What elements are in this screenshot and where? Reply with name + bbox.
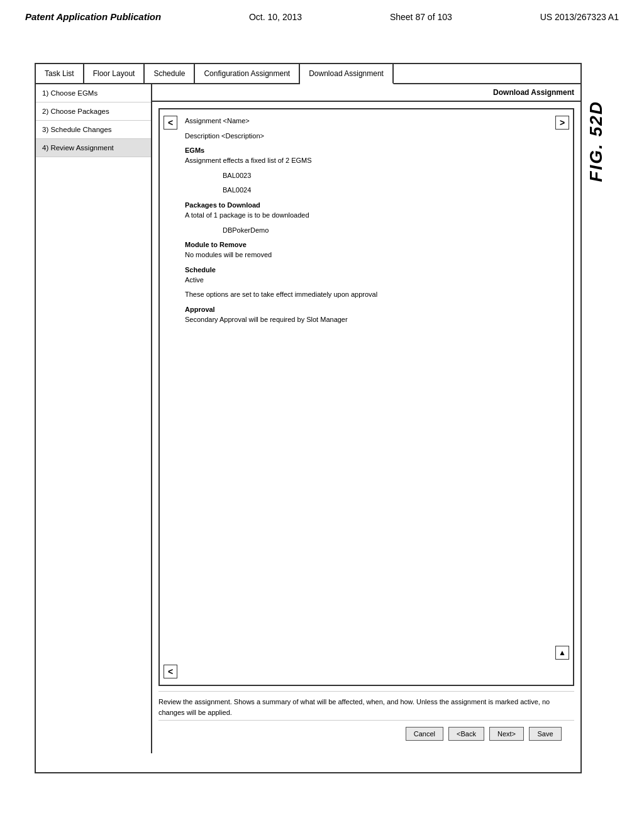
modules-section: Module to Remove No modules will be remo… [185, 241, 548, 261]
tab-configuration-assignment[interactable]: Configuration Assignment [195, 64, 300, 83]
assignment-name: Assignment <Name> [185, 116, 548, 127]
sidebar-item-choose-egms[interactable]: 1) Choose EGMs [36, 84, 151, 102]
assignment-name-section: Assignment <Name> Description <Descripti… [185, 116, 548, 141]
egms-description: Assignment effects a fixed list of 2 EGM… [185, 155, 548, 167]
packages-section: Packages to Download A total of 1 packag… [185, 201, 548, 236]
egms-label: EGMs [185, 147, 548, 154]
tab-download-assignment[interactable]: Download Assignment [300, 64, 394, 84]
egm1: BAL0023 [223, 170, 548, 182]
assignment-description: Description <Description> [185, 131, 548, 142]
publication-label: Patent Application Publication [25, 11, 161, 22]
next-button[interactable]: Next> [489, 727, 524, 741]
modules-description: No modules will be removed [185, 250, 548, 261]
date-label: Oct. 10, 2013 [249, 12, 302, 22]
egm2: BAL0024 [223, 185, 548, 196]
main-container: Task List Floor Layout Schedule Configur… [35, 63, 582, 773]
left-arrow-button[interactable]: < [164, 116, 177, 130]
up-arrow-button[interactable]: ▲ [555, 646, 569, 660]
back-button[interactable]: <Back [448, 727, 484, 741]
schedule-label: Schedule [185, 266, 548, 274]
schedule-description: Active [185, 275, 548, 286]
sidebar-item-choose-packages[interactable]: 2) Choose Packages [36, 102, 151, 121]
packages-description: A total of 1 package is to be downloaded [185, 210, 548, 221]
right-arrow-button[interactable]: > [555, 116, 569, 130]
tab-floor-layout[interactable]: Floor Layout [84, 64, 145, 83]
modules-label: Module to Remove [185, 241, 548, 248]
schedule-section: Schedule Active These options are set to… [185, 266, 548, 301]
right-panel: Download Assignment < > [152, 84, 580, 753]
action-buttons: Cancel <Back Next> Save [158, 720, 574, 747]
bottom-description: Review the assignment. Shows a summary o… [158, 697, 574, 717]
page-header: Patent Application Publication Oct. 10, … [0, 0, 644, 28]
tab-schedule[interactable]: Schedule [145, 64, 195, 83]
panel-header: Download Assignment [152, 84, 580, 102]
approval-section: Approval Secondary Approval will be requ… [185, 306, 548, 326]
sidebar-item-schedule-changes[interactable]: 3) Schedule Changes [36, 121, 151, 139]
sheet-label: Sheet 87 of 103 [390, 12, 452, 22]
egms-section: EGMs Assignment effects a fixed list of … [185, 147, 548, 196]
sidebar: 1) Choose EGMs 2) Choose Packages 3) Sch… [36, 84, 152, 753]
schedule-detail: These options are set to take effect imm… [185, 289, 548, 301]
cancel-button[interactable]: Cancel [406, 727, 443, 741]
save-button[interactable]: Save [529, 727, 562, 741]
approval-description: Secondary Approval will be required by S… [185, 314, 548, 326]
tab-bar: Task List Floor Layout Schedule Configur… [36, 64, 580, 84]
sidebar-item-review-assignment[interactable]: 4) Review Assignment [36, 139, 151, 157]
down-arrow-button[interactable]: < [164, 665, 177, 678]
approval-label: Approval [185, 306, 548, 313]
content-area: 1) Choose EGMs 2) Choose Packages 3) Sch… [36, 84, 580, 753]
figure-label: FIG. 52D [586, 101, 606, 182]
patent-label: US 2013/267323 A1 [540, 12, 619, 22]
packages-label: Packages to Download [185, 201, 548, 209]
packages-name: DBPokerDemo [223, 225, 548, 236]
tab-task-list[interactable]: Task List [36, 64, 84, 83]
